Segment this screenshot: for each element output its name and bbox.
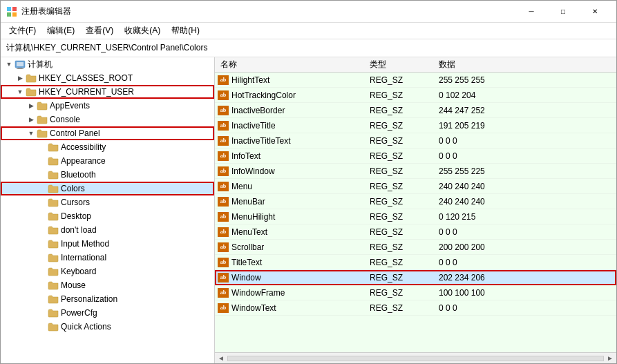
menu-view[interactable]: 查看(V) [80, 23, 119, 38]
tree-item-quick-actions[interactable]: ▶ Quick Actions [1, 320, 214, 334]
table-row[interactable]: abMenuTextREG_SZ0 0 0 [215, 224, 616, 240]
table-row[interactable]: abWindowREG_SZ202 234 206 [215, 270, 616, 285]
header-type: 类型 [367, 59, 436, 70]
cell-data: 255 255 255 [436, 75, 616, 85]
tree-item-accessibility[interactable]: ▶ Accessibility [1, 140, 214, 154]
svg-rect-2 [7, 12, 11, 17]
table-row[interactable]: abWindowTextREG_SZ0 0 0 [215, 300, 616, 316]
cell-name: abInactiveTitleText [215, 136, 367, 146]
tree-item-bluetooth[interactable]: ▶ Bluetooth [1, 168, 214, 182]
horizontal-scrollbar[interactable]: ◄ ► [215, 352, 616, 363]
cell-name-text: MenuHilight [231, 212, 275, 222]
tree-item-colors[interactable]: ▶ Colors [1, 182, 214, 195]
cell-name: abTitleText [215, 258, 367, 267]
table-row[interactable]: abScrollbarREG_SZ200 200 200 [215, 240, 616, 255]
tree-item-console[interactable]: ▶ Console [1, 113, 214, 126]
address-bar: 计算机\HKEY_CURRENT_USER\Control Panel\Colo… [1, 39, 616, 57]
table-row[interactable]: abInactiveTitleTextREG_SZ0 0 0 [215, 133, 616, 149]
menu-favorites[interactable]: 收藏夹(A) [119, 23, 166, 38]
table-row[interactable]: abWindowFrameREG_SZ100 100 100 [215, 285, 616, 300]
tree-item-dont-load[interactable]: ▶ don't load [1, 223, 214, 237]
cell-data: 0 0 0 [436, 136, 616, 146]
cell-name-text: Window [231, 273, 261, 282]
cell-type: REG_SZ [367, 151, 436, 161]
cell-name-text: HotTrackingColor [231, 90, 296, 100]
table-row[interactable]: abInactiveBorderREG_SZ244 247 252 [215, 103, 616, 118]
tree-item-current-user[interactable]: ▼ HKEY_CURRENT_USER [1, 85, 214, 99]
tree-item-personalization[interactable]: ▶ Personalization [1, 292, 214, 306]
label-classes-root: HKEY_CLASSES_ROOT [39, 73, 133, 83]
registry-table[interactable]: 名称 类型 数据 abHilightTextREG_SZ255 255 255a… [215, 57, 616, 352]
cell-name-text: InfoWindow [231, 166, 275, 176]
tree-item-computer[interactable]: ▼ 计算机 [1, 57, 214, 71]
cell-data: 240 240 240 [436, 197, 616, 207]
table-row[interactable]: abTitleTextREG_SZ0 0 0 [215, 255, 616, 270]
cell-name: abHilightText [215, 75, 367, 85]
folder-icon-personalization [48, 294, 59, 304]
ab-icon: ab [218, 288, 229, 298]
tree-item-control-panel[interactable]: ▼ Control Panel [1, 126, 214, 140]
expander-appevents: ▶ [26, 100, 37, 111]
tree-item-desktop[interactable]: ▶ Desktop [1, 209, 214, 223]
cell-type: REG_SZ [367, 303, 436, 313]
close-button[interactable]: ✕ [579, 1, 611, 23]
label-keyboard: Keyboard [61, 267, 96, 276]
address-text: 计算机\HKEY_CURRENT_USER\Control Panel\Colo… [6, 42, 207, 54]
menu-file[interactable]: 文件(F) [3, 23, 41, 38]
tree-item-keyboard[interactable]: ▶ Keyboard [1, 265, 214, 278]
tree-item-classes-root[interactable]: ▶ HKEY_CLASSES_ROOT [1, 71, 214, 85]
table-row[interactable]: abHilightTextREG_SZ255 255 255 [215, 73, 616, 88]
label-console: Console [50, 115, 80, 124]
computer-label: 计算机 [28, 59, 53, 70]
tree-item-appevents[interactable]: ▶ AppEvents [1, 99, 214, 113]
maximize-button[interactable]: □ [547, 1, 579, 23]
label-accessibility: Accessibility [61, 142, 106, 152]
folder-icon-appearance [48, 156, 59, 166]
cell-data: 100 100 100 [436, 288, 616, 298]
cell-name: abScrollbar [215, 242, 367, 252]
folder-icon-dont-load [48, 225, 59, 235]
label-mouse: Mouse [61, 280, 86, 290]
ab-icon: ab [218, 197, 229, 207]
table-row[interactable]: abHotTrackingColorREG_SZ0 102 204 [215, 88, 616, 103]
table-row[interactable]: abMenuREG_SZ240 240 240 [215, 179, 616, 194]
tree-item-cursors[interactable]: ▶ Cursors [1, 195, 214, 209]
minimize-button[interactable]: ─ [515, 1, 547, 23]
ab-icon: ab [218, 182, 229, 191]
tree-item-appearance[interactable]: ▶ Appearance [1, 154, 214, 168]
cell-type: REG_SZ [367, 166, 436, 176]
cell-data: 200 200 200 [436, 242, 616, 252]
tree-panel[interactable]: ▼ 计算机 ▶ HKEY_CLASSES_ROOT ▼ [1, 57, 215, 363]
cell-name: abWindowText [215, 303, 367, 313]
table-row[interactable]: abInactiveTitleREG_SZ191 205 219 [215, 118, 616, 133]
tree-item-international[interactable]: ▶ International [1, 251, 214, 265]
tree-item-mouse[interactable]: ▶ Mouse [1, 278, 214, 292]
tree-item-input-method[interactable]: ▶ Input Method [1, 237, 214, 251]
menu-help[interactable]: 帮助(H) [166, 23, 205, 38]
table-row[interactable]: abMenuBarREG_SZ240 240 240 [215, 194, 616, 209]
label-personalization: Personalization [61, 294, 117, 304]
cell-name: abMenuText [215, 227, 367, 237]
tree-item-powercfg[interactable]: ▶ PowerCfg [1, 306, 214, 320]
folder-icon-powercfg [48, 308, 59, 318]
label-current-user: HKEY_CURRENT_USER [39, 87, 134, 97]
cell-data: 255 255 225 [436, 166, 616, 176]
cell-type: REG_SZ [367, 182, 436, 191]
header-name: 名称 [215, 59, 367, 70]
cell-name: abInactiveTitle [215, 121, 367, 131]
folder-icon-accessibility [48, 142, 59, 152]
cell-name: abInfoWindow [215, 166, 367, 176]
table-row[interactable]: abMenuHilightREG_SZ0 120 215 [215, 209, 616, 224]
label-powercfg: PowerCfg [61, 308, 97, 318]
table-row[interactable]: abInfoWindowREG_SZ255 255 225 [215, 164, 616, 179]
folder-icon-colors [48, 184, 59, 193]
ab-icon: ab [218, 273, 229, 282]
ab-icon: ab [218, 136, 229, 146]
cell-data: 0 0 0 [436, 303, 616, 313]
cell-name-text: InactiveTitleText [231, 136, 291, 146]
menu-edit[interactable]: 编辑(E) [41, 23, 80, 38]
table-body: abHilightTextREG_SZ255 255 255abHotTrack… [215, 73, 616, 316]
table-row[interactable]: abInfoTextREG_SZ0 0 0 [215, 149, 616, 164]
ab-icon: ab [218, 303, 229, 313]
cell-type: REG_SZ [367, 258, 436, 267]
